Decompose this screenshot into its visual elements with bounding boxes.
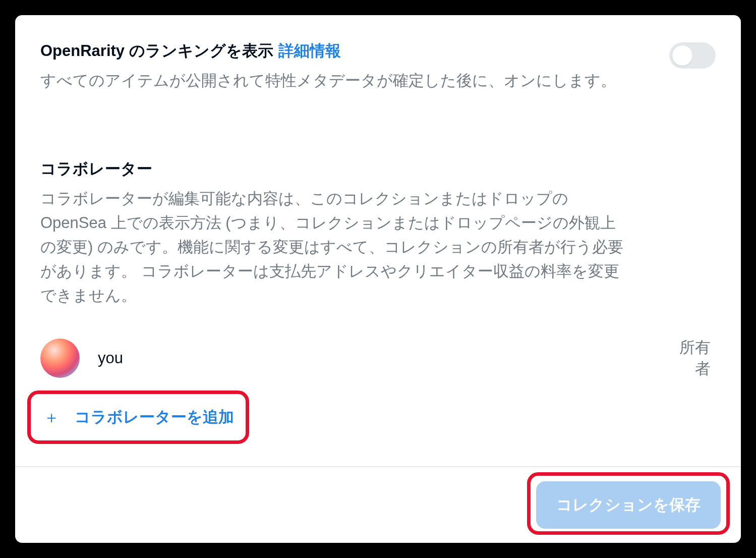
avatar [40,339,80,378]
save-collection-button[interactable]: コレクションを保存 [536,481,721,529]
add-collaborator-label: コラボレーターを追加 [75,407,234,428]
collaborator-row: you 所有者 [40,337,716,379]
collaborator-name: you [98,349,123,367]
openrarity-text: OpenRarity のランキングを表示 詳細情報 すべてのアイテムが公開されて… [40,40,616,93]
save-wrap: コレクションを保存 [536,481,721,529]
collaborator-left: you [40,339,123,378]
footer: コレクションを保存 [15,466,741,543]
collaborators-section: コラボレーター コラボレーターが編集可能な内容は、このコレクションまたはドロップ… [40,158,716,432]
openrarity-title: OpenRarity のランキングを表示 [40,40,273,62]
add-collaborator-button[interactable]: ＋ コラボレーターを追加 [40,403,237,432]
collaborators-title: コラボレーター [40,158,716,180]
openrarity-description: すべてのアイテムが公開されて特性メタデータが確定した後に、オンにします。 [40,69,616,93]
panel-content: OpenRarity のランキングを表示 詳細情報 すべてのアイテムが公開されて… [15,15,741,432]
openrarity-details-link[interactable]: 詳細情報 [278,40,341,62]
openrarity-title-row: OpenRarity のランキングを表示 詳細情報 [40,40,616,62]
add-collaborator-wrap: ＋ コラボレーターを追加 [40,403,237,432]
openrarity-toggle[interactable] [669,42,716,69]
openrarity-section: OpenRarity のランキングを表示 詳細情報 すべてのアイテムが公開されて… [40,40,716,93]
collaborator-role: 所有者 [670,337,711,379]
settings-panel: OpenRarity のランキングを表示 詳細情報 すべてのアイテムが公開されて… [15,15,741,543]
collaborators-description: コラボレーターが編集可能な内容は、このコレクションまたはドロップの OpenSe… [40,187,625,308]
plus-icon: ＋ [43,409,60,425]
